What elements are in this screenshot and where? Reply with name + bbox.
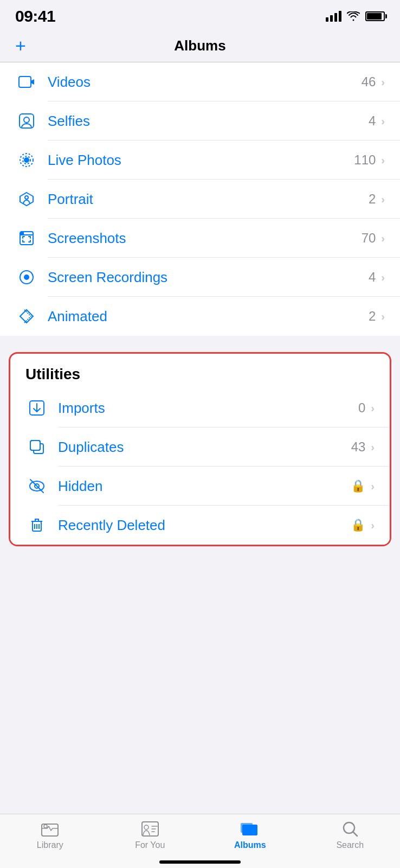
status-bar: 09:41 (0, 0, 400, 29)
search-tab-icon (340, 820, 360, 838)
live-photos-count: 110 (354, 152, 376, 168)
portrait-icon (15, 190, 38, 208)
svg-line-31 (353, 832, 357, 836)
screen-recordings-chevron: › (381, 271, 385, 284)
imports-count: 0 (358, 400, 365, 416)
animated-icon (15, 308, 38, 325)
screenshots-icon (15, 229, 38, 247)
library-tab-label: Library (37, 840, 63, 850)
status-time: 09:41 (15, 7, 55, 25)
utilities-section: Utilities Imports 0 › Duplicates 43 › (9, 352, 391, 546)
list-item-screenshots[interactable]: Screenshots 70 › (0, 219, 400, 258)
utilities-header: Utilities (10, 354, 390, 388)
screenshots-chevron: › (381, 232, 385, 245)
svg-point-26 (144, 825, 149, 829)
animated-chevron: › (381, 310, 385, 323)
tab-bar: Library For You Albums (0, 814, 400, 868)
animated-count: 2 (369, 309, 376, 324)
import-icon (25, 399, 48, 417)
list-item-videos[interactable]: Videos 46 › (0, 62, 400, 101)
tab-for-you[interactable]: For You (100, 820, 201, 850)
list-item-selfies[interactable]: Selfies 4 › (0, 101, 400, 141)
nav-header: + Albums (0, 29, 400, 62)
for-you-tab-label: For You (135, 840, 165, 850)
add-album-button[interactable]: + (15, 36, 26, 55)
status-icons (326, 11, 385, 22)
selfies-chevron: › (381, 115, 385, 127)
screen-recordings-label: Screen Recordings (48, 269, 369, 286)
hidden-chevron: › (371, 480, 375, 493)
list-item-duplicates[interactable]: Duplicates 43 › (10, 427, 390, 467)
videos-chevron: › (381, 76, 385, 88)
svg-point-3 (24, 117, 29, 123)
media-type-section: Videos 46 › Selfies 4 › Live Photos 110 (0, 62, 400, 336)
hidden-lock-icon: 🔒 (351, 479, 365, 493)
list-item-screen-recordings[interactable]: Screen Recordings 4 › (0, 258, 400, 297)
svg-rect-14 (30, 441, 40, 450)
list-item-hidden[interactable]: Hidden 🔒 › (10, 467, 390, 506)
screen-recordings-count: 4 (369, 270, 376, 285)
live-photos-icon (15, 151, 38, 169)
duplicates-count: 43 (351, 439, 366, 455)
video-icon (15, 73, 38, 91)
tab-search[interactable]: Search (300, 820, 401, 850)
battery-icon (365, 11, 385, 21)
portrait-chevron: › (381, 193, 385, 206)
home-indicator (159, 860, 241, 864)
tab-library[interactable]: Library (0, 820, 100, 850)
hidden-label: Hidden (58, 478, 351, 495)
portrait-count: 2 (369, 192, 376, 207)
duplicate-icon (25, 438, 48, 456)
recently-deleted-label: Recently Deleted (58, 517, 351, 534)
live-photos-label: Live Photos (48, 152, 354, 169)
imports-chevron: › (371, 402, 375, 414)
duplicates-chevron: › (371, 441, 375, 454)
list-item-live-photos[interactable]: Live Photos 110 › (0, 141, 400, 180)
screen-recordings-icon (15, 269, 38, 286)
imports-label: Imports (58, 400, 358, 417)
selfies-label: Selfies (48, 113, 369, 130)
svg-rect-0 (19, 76, 31, 87)
tab-albums[interactable]: Albums (200, 820, 300, 850)
videos-label: Videos (48, 74, 362, 91)
hidden-icon (25, 477, 48, 495)
selfie-icon (15, 112, 38, 130)
screenshots-count: 70 (362, 231, 376, 246)
animated-label: Animated (48, 308, 369, 325)
svg-point-7 (25, 196, 28, 199)
list-item-recently-deleted[interactable]: Recently Deleted 🔒 › (10, 506, 390, 545)
search-tab-label: Search (336, 840, 364, 850)
duplicates-label: Duplicates (58, 439, 351, 456)
wifi-icon (347, 11, 360, 21)
videos-count: 46 (362, 74, 376, 90)
svg-point-9 (21, 233, 23, 234)
page-title: Albums (174, 37, 225, 54)
trash-icon (25, 516, 48, 534)
svg-point-11 (24, 275, 29, 280)
utilities-title: Utilities (25, 366, 80, 382)
svg-point-4 (24, 158, 29, 162)
list-item-animated[interactable]: Animated 2 › (0, 297, 400, 336)
live-photos-chevron: › (381, 154, 385, 167)
list-item-imports[interactable]: Imports 0 › (10, 388, 390, 427)
recently-deleted-chevron: › (371, 519, 375, 532)
for-you-tab-icon (140, 820, 160, 838)
albums-tab-label: Albums (234, 840, 266, 850)
svg-rect-29 (242, 825, 257, 835)
selfies-count: 4 (369, 113, 376, 129)
library-tab-icon (40, 820, 60, 838)
screenshots-label: Screenshots (48, 230, 362, 247)
albums-tab-icon (240, 820, 260, 838)
signal-icon (326, 11, 341, 22)
portrait-label: Portrait (48, 191, 369, 208)
svg-point-24 (44, 825, 47, 828)
list-item-portrait[interactable]: Portrait 2 › (0, 180, 400, 219)
recently-deleted-lock-icon: 🔒 (351, 518, 365, 532)
